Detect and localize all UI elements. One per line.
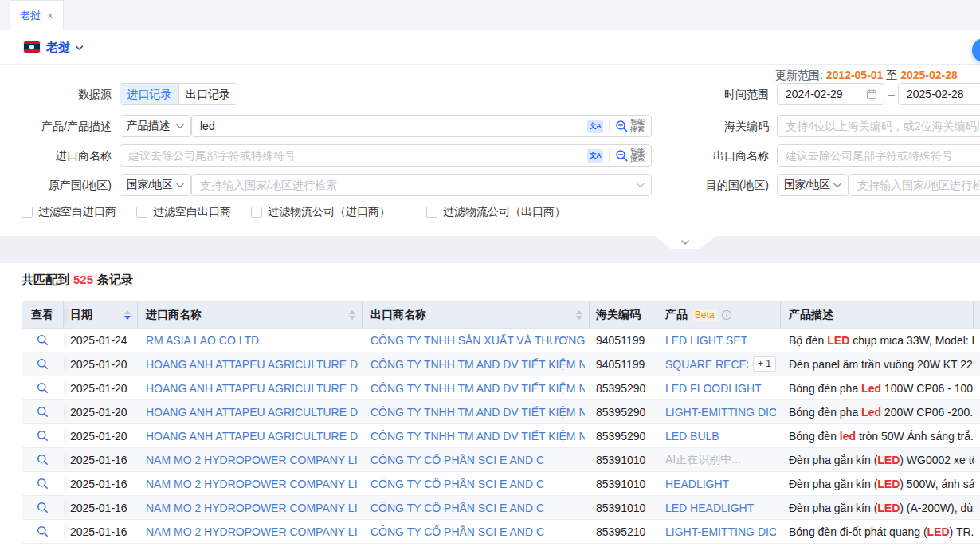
header-exporter[interactable]: 出口商名称 — [363, 301, 590, 328]
more-products-badge[interactable]: + 1 — [753, 356, 776, 372]
tab-import-records[interactable]: 进口记录 — [120, 84, 178, 104]
sort-icon-exporter[interactable] — [576, 310, 584, 320]
filter-checkbox[interactable]: 过滤空白出口商 — [136, 205, 231, 219]
tab-close-icon[interactable]: × — [47, 10, 53, 21]
divider — [609, 149, 610, 162]
table-row: 2025-01-16 NAM MO 2 HYDROPOWER COMPANY L… — [22, 496, 980, 520]
ai-search-icon — [615, 149, 629, 163]
end-date-input[interactable]: 2025-02-28 — [898, 83, 980, 105]
checkbox-icon[interactable] — [426, 207, 437, 218]
record-date: 2025-01-16 — [64, 448, 138, 471]
importer-input[interactable] — [120, 146, 587, 165]
view-record-button[interactable] — [37, 358, 49, 370]
hs-code-value: 85395290 — [590, 424, 657, 447]
chevron-down-icon — [176, 183, 184, 188]
header-product: 产品 Beta — [657, 301, 781, 328]
exporter-link[interactable]: CÔNG TY TNHH SẢN XUẤT VÀ THƯƠNG M... — [370, 334, 585, 347]
table-row: 2025-01-16 NAM MO 2 HYDROPOWER COMPANY L… — [22, 472, 980, 496]
exporter-link[interactable]: CÔNG TY TNHH TM AND DV TIẾT KIỆM NĂ... — [370, 382, 585, 395]
magnifier-icon — [37, 502, 49, 514]
update-range-to: 2025-02-28 — [900, 69, 958, 81]
exporter-field — [777, 144, 980, 167]
product-link[interactable]: LIGHT-EMITTING DIO... — [665, 525, 776, 538]
start-date-input[interactable]: 2024-02-29 — [777, 83, 884, 105]
view-record-button[interactable] — [37, 430, 49, 442]
importer-link[interactable]: HOANG ANH ATTAPEU AGRICULTURE DEVE... — [146, 358, 358, 371]
view-record-button[interactable] — [37, 525, 49, 537]
exporter-link[interactable]: CÔNG TY TNHH TM AND DV TIẾT KIỆM NĂ... — [370, 358, 585, 371]
checkbox-icon[interactable] — [136, 207, 147, 218]
origin-country-selected: 国家/地区 — [127, 178, 173, 192]
product-link[interactable]: LED BULB — [665, 430, 719, 443]
sort-icon-importer[interactable] — [349, 310, 357, 320]
view-record-button[interactable] — [37, 478, 49, 490]
update-range: 更新范围: 2012-05-01 至 2025-02-28 — [775, 69, 958, 83]
filter-checkbox[interactable]: 过滤物流公司（出口商） — [426, 205, 566, 219]
translate-icon[interactable]: 文A — [587, 120, 603, 133]
end-date-value: 2025-02-28 — [907, 88, 964, 100]
hs-code-value: 85391010 — [590, 448, 657, 471]
checkbox-icon[interactable] — [22, 207, 33, 218]
importer-link[interactable]: HOANG ANH ATTAPEU AGRICULTURE DEVE... — [146, 406, 358, 419]
tab-laos[interactable]: 老挝 × — [10, 0, 64, 30]
importer-link[interactable]: NAM MO 2 HYDROPOWER COMPANY LIMI... — [146, 454, 358, 466]
chevron-down-icon[interactable] — [75, 41, 84, 53]
origin-country-input[interactable] — [192, 175, 637, 195]
product-link[interactable]: LED HEADLIGHT — [665, 502, 754, 514]
product-link[interactable]: LED LIGHT SET — [665, 334, 747, 347]
exporter-link[interactable]: CÔNG TY TNHH TM AND DV TIẾT KIỆM NĂ... — [370, 430, 585, 443]
exporter-link[interactable]: CÔNG TY CỔ PHẦN SCI E AND C — [370, 502, 544, 514]
collapse-filters-button[interactable] — [655, 236, 715, 249]
filter-checkbox[interactable]: 过滤物流公司（进口商） — [251, 205, 390, 219]
importer-link[interactable]: NAM MO 2 HYDROPOWER COMPANY LIMI... — [146, 502, 358, 514]
importer-field: 文A 智能搜索 — [120, 144, 652, 167]
table-row: 2025-01-16 NAM MO 2 HYDROPOWER COMPANY L… — [22, 520, 980, 544]
product-description: Đèn pha gắn kín (LED) (A-200W), dù... — [781, 496, 974, 519]
exporter-link[interactable]: CÔNG TY TNHH TM AND DV TIẾT KIỆM NĂ... — [370, 406, 585, 419]
exporter-input[interactable] — [778, 146, 980, 165]
exporter-label: 出口商名称 — [697, 144, 769, 167]
sort-icon-date[interactable] — [124, 310, 132, 320]
row-overflow — [974, 400, 980, 423]
exporter-link[interactable]: CÔNG TY CỔ PHẦN SCI E AND C — [370, 454, 544, 466]
product-search-input[interactable] — [192, 116, 587, 136]
view-record-button[interactable] — [37, 502, 49, 514]
exporter-link[interactable]: CÔNG TY CỔ PHẦN SCI E AND C — [370, 478, 544, 490]
smart-search-button[interactable]: 智能搜索 — [615, 119, 645, 134]
view-record-button[interactable] — [37, 382, 49, 394]
record-date: 2025-01-16 — [64, 496, 138, 519]
hs-code-value: 85395210 — [590, 520, 657, 543]
smart-search-button[interactable]: 智能搜索 — [615, 148, 645, 163]
info-icon[interactable] — [721, 309, 732, 321]
product-link[interactable]: HEADLIGHT — [665, 478, 729, 490]
exporter-link[interactable]: CÔNG TY CỔ PHẦN SCI E AND C — [370, 525, 544, 538]
product-link[interactable]: LIGHT-EMITTING DIO... — [665, 406, 776, 419]
destination-country-select[interactable]: 国家/地区 — [777, 174, 849, 196]
checkbox-label: 过滤物流公司（出口商） — [443, 205, 566, 219]
header-date[interactable]: 日期 — [64, 301, 138, 328]
product-field-select[interactable]: 产品描述 — [120, 115, 191, 137]
hs-code-input[interactable] — [778, 116, 980, 136]
header-overflow — [974, 301, 980, 328]
tab-export-records[interactable]: 出口记录 — [178, 84, 237, 104]
importer-link[interactable]: RM ASIA LAO CO LTD — [146, 334, 259, 347]
importer-link[interactable]: HOANG ANH ATTAPEU AGRICULTURE DEVE... — [146, 382, 358, 395]
importer-link[interactable]: NAM MO 2 HYDROPOWER COMPANY LIMI... — [146, 478, 358, 490]
translate-icon[interactable]: 文A — [587, 149, 603, 163]
importer-link[interactable]: NAM MO 2 HYDROPOWER COMPANY LIMI... — [146, 525, 358, 538]
filter-checkbox[interactable]: 过滤空白进口商 — [22, 205, 116, 219]
date-range-separator: – — [885, 83, 898, 105]
product-link[interactable]: SQUARE RECESS... — [665, 358, 748, 371]
origin-country-select[interactable]: 国家/地区 — [120, 174, 191, 196]
magnifier-icon — [37, 525, 49, 537]
importer-link[interactable]: HOANG ANH ATTAPEU AGRICULTURE DEVE... — [146, 430, 358, 443]
header-importer[interactable]: 进口商名称 — [138, 301, 363, 328]
view-record-button[interactable] — [37, 406, 49, 418]
header-description: 产品描述 — [781, 301, 974, 328]
destination-country-input[interactable] — [849, 175, 980, 195]
checkbox-icon[interactable] — [251, 207, 262, 218]
view-record-button[interactable] — [37, 334, 49, 346]
chevron-down-icon — [176, 124, 184, 129]
product-link[interactable]: LED FLOODLIGHT — [665, 382, 762, 395]
view-record-button[interactable] — [37, 454, 49, 466]
